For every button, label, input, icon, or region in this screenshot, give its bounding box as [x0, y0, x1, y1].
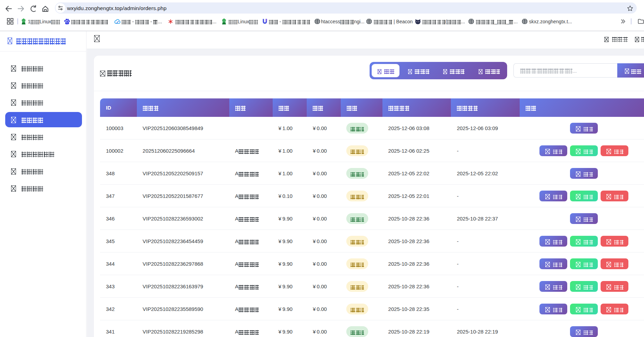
svg-text:du: du [66, 22, 68, 24]
